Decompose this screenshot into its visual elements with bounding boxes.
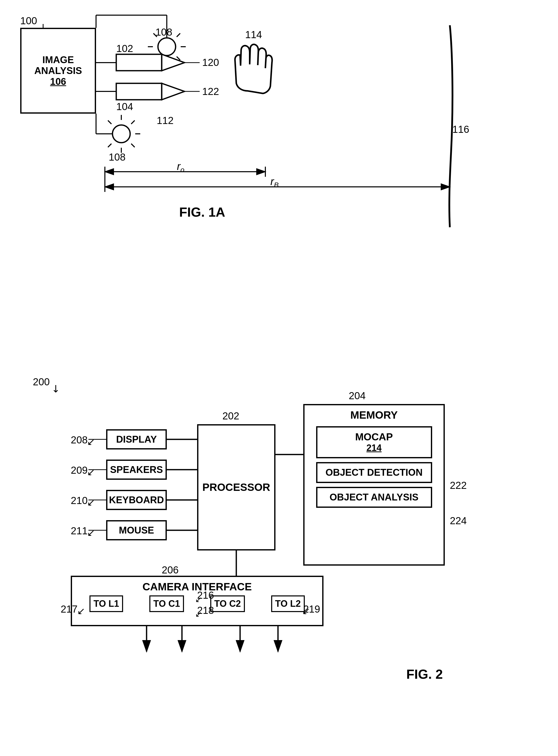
svg-rect-19 (116, 83, 162, 100)
image-analysis-num: 106 (50, 76, 66, 87)
ref-202: 202 (222, 410, 239, 422)
ref-122: 122 (202, 86, 219, 97)
tilde-208: ↙ (87, 436, 95, 448)
ref-224: 224 (450, 515, 467, 526)
mocap-box: MOCAP 214 (316, 426, 432, 458)
ref-211: 211 (71, 525, 88, 537)
mouse-box: MOUSE (106, 520, 167, 540)
ref-200: 200 (33, 376, 50, 387)
ref-204: 204 (349, 390, 366, 402)
svg-marker-17 (162, 54, 184, 71)
ref-208: 208 (71, 434, 88, 446)
r-o-label: ro (177, 160, 184, 174)
to-c1-box: TO C1 (149, 595, 184, 612)
ref-102: 102 (116, 43, 133, 54)
speakers-box: SPEAKERS (106, 460, 167, 480)
ref-209: 209 (71, 465, 88, 476)
memory-outer-box: MEMORY MOCAP 214 OBJECT DETECTION OBJECT… (303, 404, 445, 566)
svg-line-29 (108, 120, 111, 124)
r-B-label: rB (271, 176, 279, 189)
arrow-200: ↘ (49, 381, 64, 396)
to-l2-box: TO L2 (271, 595, 305, 612)
ref-210: 210 (71, 495, 88, 506)
to-l1-box: TO L1 (90, 595, 123, 612)
fig2-label: FIG. 2 (374, 667, 475, 682)
to-c2-box: TO C2 (210, 595, 245, 612)
svg-line-32 (108, 144, 111, 147)
ref-112: 112 (157, 115, 174, 126)
svg-line-11 (177, 33, 180, 37)
tilde-209: ↙ (87, 467, 95, 478)
svg-line-12 (153, 57, 157, 60)
object-analysis-box: OBJECT ANALYSIS (316, 487, 432, 508)
ref-206: 206 (162, 564, 179, 576)
svg-line-31 (131, 120, 135, 124)
image-analysis-box: IMAGE ANALYSIS 106 (20, 28, 96, 114)
ref-222: 222 (450, 480, 467, 491)
image-analysis-label: IMAGE ANALYSIS (34, 55, 82, 76)
display-box: DISPLAY (106, 429, 167, 450)
object-detection-box: OBJECT DETECTION (316, 462, 432, 483)
keyboard-box: KEYBOARD (106, 490, 167, 510)
ref-114: 114 (245, 29, 262, 40)
ref-116: 116 (452, 124, 469, 135)
svg-point-24 (112, 125, 130, 143)
fig1a-label: FIG. 1A (152, 205, 253, 220)
ref-108-top: 108 (155, 27, 172, 38)
memory-label: MEMORY (310, 409, 438, 421)
processor-box: PROCESSOR (197, 424, 276, 550)
tilde-210: ↙ (87, 497, 95, 508)
svg-line-10 (177, 57, 180, 60)
svg-line-30 (131, 144, 135, 147)
tilde-211: ↙ (87, 527, 95, 538)
ref-100: 100 (20, 15, 37, 27)
ref-104: 104 (116, 101, 133, 112)
ref-217: 217 (61, 603, 78, 615)
svg-marker-20 (162, 83, 184, 100)
svg-point-4 (158, 38, 176, 56)
ref-120: 120 (202, 57, 219, 68)
ref-108-bot: 108 (109, 152, 126, 163)
svg-rect-16 (116, 54, 162, 71)
